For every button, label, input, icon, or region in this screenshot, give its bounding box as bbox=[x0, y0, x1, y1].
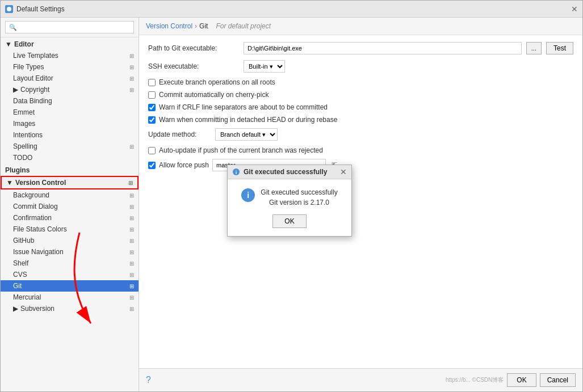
sidebar-item-mercurial[interactable]: Mercurial ⊞ bbox=[1, 292, 139, 303]
check-crlf-label: Warn if CRLF line separators are about t… bbox=[159, 103, 328, 111]
force-push-checkbox[interactable] bbox=[148, 162, 156, 169]
update-method-label: Update method: bbox=[148, 130, 211, 138]
dialog-message-line1: Git executed successfully bbox=[261, 187, 337, 197]
sidebar: ▼ Editor Live Templates ⊞ File Types ⊞ L… bbox=[1, 18, 139, 391]
check-detached-input[interactable] bbox=[148, 116, 156, 124]
check-branch-ops: Execute branch operations on all roots bbox=[148, 78, 573, 86]
subversion-arrow: ▶ bbox=[13, 305, 18, 313]
sidebar-item-background[interactable]: Background ⊞ bbox=[1, 189, 139, 201]
breadcrumb-vc[interactable]: Version Control bbox=[146, 22, 192, 30]
breadcrumb-arrow: › bbox=[195, 22, 197, 30]
ssh-label: SSH executable: bbox=[148, 62, 239, 70]
dialog-close-button[interactable]: ✕ bbox=[340, 167, 347, 176]
bottom-bar: ? https://b... ©CSDN博客 OK Cancel bbox=[139, 368, 582, 391]
bottom-right: https://b... ©CSDN博客 OK Cancel bbox=[446, 373, 576, 387]
svg-point-0 bbox=[7, 7, 11, 11]
sidebar-item-github[interactable]: GitHub ⊞ bbox=[1, 235, 139, 246]
window-title: Default Settings bbox=[16, 5, 65, 13]
check-auto-update-label: Auto-update if push of the current branc… bbox=[159, 146, 323, 154]
dialog-icon-row: i Git executed successfully Git version … bbox=[241, 187, 337, 208]
file-types-icon: ⊞ bbox=[129, 64, 134, 70]
sidebar-item-version-control[interactable]: ▼ Version Control ⊞ bbox=[1, 176, 139, 189]
cancel-button[interactable]: Cancel bbox=[540, 373, 576, 387]
sidebar-item-images[interactable]: Images bbox=[1, 118, 139, 129]
sidebar-item-git[interactable]: Git ⊞ bbox=[1, 280, 139, 292]
dialog-body: i Git executed successfully Git version … bbox=[228, 179, 351, 236]
git-path-label: Path to Git executable: bbox=[148, 44, 239, 52]
dialog-title-bar: i Git executed successfully ✕ bbox=[228, 165, 351, 179]
editor-arrow: ▼ bbox=[5, 40, 12, 48]
sidebar-item-layout-editor[interactable]: Layout Editor ⊞ bbox=[1, 73, 139, 84]
breadcrumb: Version Control › Git For default projec… bbox=[139, 18, 582, 35]
sidebar-item-spelling[interactable]: Spelling ⊞ bbox=[1, 141, 139, 152]
update-method-row: Update method: Branch default ▾ bbox=[148, 128, 573, 141]
sidebar-item-confirmation[interactable]: Confirmation ⊞ bbox=[1, 212, 139, 224]
settings-content: Path to Git executable: ... Test SSH exe… bbox=[139, 35, 582, 368]
cvs-icon: ⊞ bbox=[129, 272, 134, 278]
vc-arrow: ▼ bbox=[6, 179, 13, 187]
git-path-input[interactable] bbox=[244, 42, 522, 54]
watermark-text: https://b... ©CSDN博客 bbox=[446, 376, 504, 384]
sidebar-item-copyright[interactable]: ▶ Copyright ⊞ bbox=[1, 84, 139, 95]
ssh-row: SSH executable: Built-in ▾ bbox=[148, 60, 573, 73]
issue-nav-icon: ⊞ bbox=[129, 249, 134, 255]
check-auto-update: Auto-update if push of the current branc… bbox=[148, 146, 573, 154]
check-crlf: Warn if CRLF line separators are about t… bbox=[148, 103, 573, 111]
git-path-row: Path to Git executable: ... Test bbox=[148, 42, 573, 54]
title-bar: Default Settings ✕ bbox=[1, 1, 582, 18]
test-button[interactable]: Test bbox=[546, 42, 573, 54]
editor-label: Editor bbox=[14, 40, 34, 48]
close-button[interactable]: ✕ bbox=[571, 5, 578, 14]
ssh-select[interactable]: Built-in ▾ bbox=[244, 60, 285, 73]
copyright-icon: ⊞ bbox=[129, 87, 134, 93]
ok-button[interactable]: OK bbox=[507, 373, 536, 387]
help-button[interactable]: ? bbox=[146, 375, 151, 385]
dialog-ok-button[interactable]: OK bbox=[272, 214, 306, 228]
background-icon: ⊞ bbox=[129, 192, 134, 199]
force-push-label: Allow force push bbox=[159, 161, 209, 169]
sidebar-item-intentions[interactable]: Intentions bbox=[1, 129, 139, 141]
dialog-message-line2: Git version is 2.17.0 bbox=[261, 197, 337, 208]
check-auto-update-input[interactable] bbox=[148, 147, 156, 154]
breadcrumb-git: Git bbox=[199, 22, 208, 30]
check-branch-ops-input[interactable] bbox=[148, 79, 156, 86]
dialog-message-block: Git executed successfully Git version is… bbox=[261, 187, 337, 208]
browse-button[interactable]: ... bbox=[526, 42, 542, 54]
sidebar-item-todo[interactable]: TODO bbox=[1, 152, 139, 163]
dialog-title-icon: i bbox=[232, 168, 240, 176]
sidebar-item-issue-navigation[interactable]: Issue Navigation ⊞ bbox=[1, 246, 139, 258]
editor-section: ▼ Editor Live Templates ⊞ File Types ⊞ L… bbox=[1, 37, 139, 163]
sidebar-item-commit-dialog[interactable]: Commit Dialog ⊞ bbox=[1, 201, 139, 212]
live-templates-icon: ⊞ bbox=[129, 53, 134, 59]
sidebar-item-file-types[interactable]: File Types ⊞ bbox=[1, 61, 139, 73]
success-dialog: i Git executed successfully ✕ i Git exec… bbox=[227, 165, 352, 237]
shelf-icon: ⊞ bbox=[129, 260, 134, 267]
breadcrumb-info: For default project bbox=[216, 22, 271, 30]
check-branch-ops-label: Execute branch operations on all roots bbox=[159, 78, 275, 86]
sidebar-item-cvs[interactable]: CVS ⊞ bbox=[1, 269, 139, 280]
sidebar-item-shelf[interactable]: Shelf ⊞ bbox=[1, 258, 139, 269]
check-crlf-input[interactable] bbox=[148, 104, 156, 111]
search-input[interactable] bbox=[5, 21, 134, 33]
check-auto-commit-input[interactable] bbox=[148, 91, 156, 99]
sidebar-item-live-templates[interactable]: Live Templates ⊞ bbox=[1, 50, 139, 61]
editor-group-header[interactable]: ▼ Editor bbox=[1, 37, 139, 50]
vc-icon: ⊞ bbox=[128, 180, 133, 186]
file-status-icon: ⊞ bbox=[129, 226, 134, 233]
subversion-icon: ⊞ bbox=[129, 306, 134, 312]
copyright-arrow: ▶ bbox=[13, 86, 18, 94]
dialog-title: Git executed successfully bbox=[244, 168, 340, 176]
sidebar-item-file-status-colors[interactable]: File Status Colors ⊞ bbox=[1, 224, 139, 235]
commit-dialog-icon: ⊞ bbox=[129, 204, 134, 210]
sidebar-item-emmet[interactable]: Emmet bbox=[1, 107, 139, 118]
sidebar-item-data-binding[interactable]: Data Binding bbox=[1, 95, 139, 107]
app-icon bbox=[5, 5, 13, 13]
github-icon: ⊞ bbox=[129, 238, 134, 244]
main-panel: Version Control › Git For default projec… bbox=[139, 18, 582, 391]
update-method-select[interactable]: Branch default ▾ bbox=[215, 128, 278, 141]
check-auto-commit-label: Commit automatically on cherry-pick bbox=[159, 91, 269, 99]
force-push-row: Allow force push ⇱ bbox=[148, 159, 573, 171]
git-icon: ⊞ bbox=[129, 283, 134, 289]
dialog-info-icon: i bbox=[241, 188, 255, 202]
sidebar-item-subversion[interactable]: ▶ Subversion ⊞ bbox=[1, 303, 139, 314]
